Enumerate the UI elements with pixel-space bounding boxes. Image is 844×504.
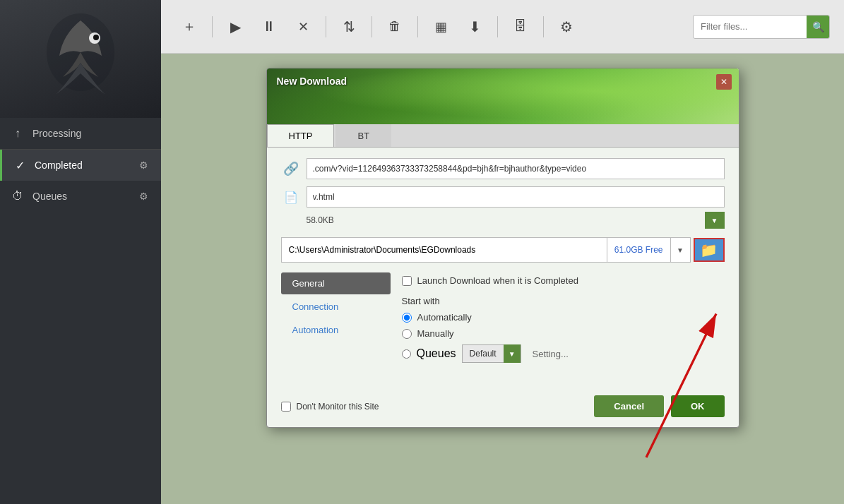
file-icon: 📄 [281,187,301,207]
sidebar: ↑ Processing ✓ Completed ⚙ ⏱ Queues ⚙ [0,0,161,504]
queue-default: Default [463,349,504,359]
sidebar-item-completed-label: Completed [35,160,136,171]
stop-icon: ✕ [298,19,309,35]
dont-monitor-row: Don't Monitor this Site [281,402,588,412]
queue-radio-row: Queues Default ▼ Setting... [402,344,725,363]
modal-backdrop: New Download ✕ HTTP BT 🔗 [161,54,844,504]
eagle-logo-icon [42,13,119,105]
separator-6 [543,16,544,37]
path-input[interactable] [282,238,607,262]
search-button[interactable]: 🔍 [807,16,829,38]
queues-radio[interactable] [402,349,411,359]
separator-1 [212,16,213,37]
nav-general[interactable]: General [281,272,391,294]
launch-checkbox[interactable] [402,276,412,286]
play-button[interactable]: ▶ [221,13,249,41]
free-space: 61.0GB Free [607,238,670,262]
auto-radio[interactable] [402,313,412,323]
url-input[interactable] [307,158,725,179]
completed-gear-icon[interactable]: ⚙ [136,157,151,173]
queues-gear-icon[interactable]: ⚙ [136,188,151,204]
ok-button[interactable]: OK [671,395,725,417]
database-button[interactable]: 🗄 [506,13,535,41]
sort-button[interactable]: ⇅ [335,13,363,41]
add-icon: ＋ [182,17,196,36]
panel-nav: General Connection Automation [281,272,391,371]
queue-select: Default ▼ [462,344,521,363]
svg-point-2 [93,35,99,40]
processing-icon: ↑ [10,126,25,141]
media-icon: ▦ [435,19,447,35]
path-field: 61.0GB Free ▼ [281,237,691,263]
main-area: ＋ ▶ ⏸ ✕ ⇅ 🗑 ▦ ⬇ 🗄 ⚙ [161,0,844,504]
separator-3 [372,16,372,37]
pause-icon: ⏸ [262,18,276,35]
download-icon: ⬇ [469,18,481,35]
sidebar-item-queues-label: Queues [32,191,136,202]
queues-icon: ⏱ [10,188,25,204]
sort-icon: ⇅ [343,18,355,35]
play-icon: ▶ [230,18,241,35]
new-download-dialog: New Download ✕ HTTP BT 🔗 [266,68,739,428]
filename-input[interactable] [307,186,725,208]
sidebar-item-processing-label: Processing [32,128,151,139]
add-button[interactable]: ＋ [175,13,203,41]
sidebar-item-completed[interactable]: ✓ Completed ⚙ [0,150,161,181]
sidebar-item-processing[interactable]: ↑ Processing [0,118,161,149]
content-area: New Download ✕ HTTP BT 🔗 [161,54,844,504]
settings-button[interactable]: ⚙ [552,13,581,41]
manually-radio-row: Manually [402,328,725,339]
cancel-button[interactable]: Cancel [594,395,664,417]
nav-automation[interactable]: Automation [281,319,391,341]
filter-input[interactable] [694,17,807,36]
database-icon: 🗄 [514,19,527,34]
search-icon: 🔍 [812,21,824,32]
path-dropdown-button[interactable]: ▼ [670,238,690,262]
dialog-close-button[interactable]: ✕ [716,74,732,90]
manually-label: Manually [417,328,454,339]
launch-checkbox-row: Launch Download when it is Completed [402,275,725,286]
file-size: 58.0KB [307,215,705,225]
delete-button[interactable]: 🗑 [381,13,409,41]
queue-dropdown-button[interactable]: ▼ [504,344,521,363]
queues-radio-label: Queues [417,347,456,360]
dont-monitor-label: Don't Monitor this Site [297,402,379,412]
separator-5 [497,16,498,37]
queue-setting[interactable]: Setting... [533,349,569,359]
filter-box: 🔍 [693,15,830,39]
sidebar-item-queues[interactable]: ⏱ Queues ⚙ [0,181,161,212]
pause-button[interactable]: ⏸ [255,13,283,41]
browse-folder-button[interactable]: 📁 [694,238,725,262]
auto-label: Automatically [417,312,472,323]
dialog-title: New Download [277,76,347,87]
completed-icon: ✓ [12,157,28,173]
folder-icon: 📁 [700,241,718,258]
start-with-label: Start with [402,296,725,306]
delete-icon: 🗑 [388,19,401,34]
settings-icon: ⚙ [560,18,573,35]
nav-connection[interactable]: Connection [281,296,391,318]
size-row: 58.0KB ▼ [281,212,725,229]
separator-2 [326,16,326,37]
dialog-header: New Download ✕ [267,68,739,125]
launch-label: Launch Download when it is Completed [417,275,578,286]
stop-button[interactable]: ✕ [289,13,317,41]
manually-radio[interactable] [402,329,412,339]
panel-content: Launch Download when it is Completed Sta… [391,272,725,371]
download-button[interactable]: ⬇ [460,13,489,41]
tab-http[interactable]: HTTP [267,124,335,147]
separator-4 [417,16,418,37]
dialog-tabs: HTTP BT [267,124,739,148]
dialog-body: 🔗 📄 58.0KB ▼ [267,148,739,388]
media-button[interactable]: ▦ [427,13,455,41]
panel-row: General Connection Automation Launch Dow… [281,272,725,371]
toolbar: ＋ ▶ ⏸ ✕ ⇅ 🗑 ▦ ⬇ 🗄 ⚙ [161,0,844,54]
start-with-group: Start with Automatically Manually [402,296,725,363]
filename-row: 📄 [281,186,725,208]
app-logo [0,0,161,118]
auto-radio-row: Automatically [402,312,725,323]
url-icon: 🔗 [281,159,301,179]
tab-bt[interactable]: BT [335,124,391,147]
dont-monitor-checkbox[interactable] [281,402,291,412]
size-dropdown-button[interactable]: ▼ [705,212,725,229]
